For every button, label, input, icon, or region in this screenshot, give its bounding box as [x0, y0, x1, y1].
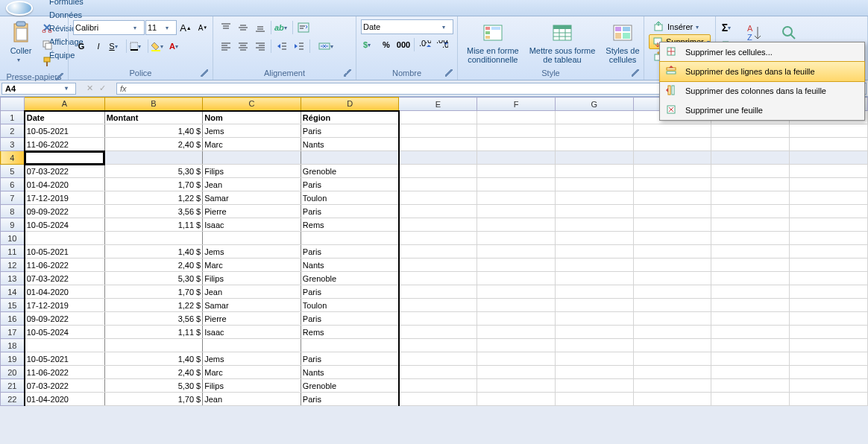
cell-J21[interactable] [790, 379, 868, 393]
cell-A10[interactable] [25, 232, 104, 245]
cell-F16[interactable] [477, 312, 556, 326]
cell-A1[interactable]: Date [25, 111, 104, 124]
cell-D15[interactable]: Toulon [301, 299, 399, 312]
row-header-10[interactable]: 10 [1, 232, 25, 245]
cell-F22[interactable] [477, 393, 556, 406]
row-header-13[interactable]: 13 [1, 272, 25, 285]
align-center-button[interactable] [235, 38, 251, 54]
cell-B2[interactable]: 1,40 $ [104, 124, 203, 138]
cell-C7[interactable]: Samar [203, 191, 301, 205]
cell-I5[interactable] [711, 165, 790, 178]
cell-B15[interactable]: 1,22 $ [104, 299, 203, 312]
cell-B20[interactable]: 2,40 $ [104, 366, 203, 379]
cell-J8[interactable] [790, 205, 868, 218]
cell-I10[interactable] [711, 232, 790, 245]
cell-C16[interactable]: Pierre [203, 312, 301, 326]
cell-H12[interactable] [633, 259, 711, 272]
cell-E9[interactable] [399, 218, 477, 232]
cell-C14[interactable]: Jean [203, 285, 301, 299]
cell-C11[interactable]: Jems [203, 245, 301, 259]
cell-C19[interactable]: Jems [203, 352, 301, 366]
column-header-B[interactable]: B [104, 98, 203, 111]
paste-button[interactable]: Coller ▾ [4, 19, 37, 65]
cell-G2[interactable] [555, 124, 633, 138]
cell-J20[interactable] [790, 366, 868, 379]
increase-font-button[interactable]: A▲ [177, 19, 194, 36]
cell-I19[interactable] [711, 352, 790, 366]
cell-H22[interactable] [633, 393, 711, 406]
row-header-21[interactable]: 21 [1, 379, 25, 393]
cell-I18[interactable] [711, 339, 790, 352]
wrap-text-button[interactable] [295, 19, 312, 36]
column-header-F[interactable]: F [477, 98, 556, 111]
select-all-corner[interactable] [1, 98, 25, 111]
cell-F6[interactable] [477, 178, 556, 191]
font-name-input[interactable] [75, 23, 132, 32]
bold-button[interactable]: G [73, 38, 89, 54]
decrease-font-button[interactable]: A▼ [195, 19, 211, 36]
cell-E21[interactable] [399, 379, 477, 393]
cell-D11[interactable]: Paris [301, 245, 399, 259]
cell-I6[interactable] [711, 178, 790, 191]
cell-E11[interactable] [399, 245, 477, 259]
cell-C6[interactable]: Jean [203, 178, 301, 191]
cell-D9[interactable]: Rems [301, 218, 399, 232]
cell-J15[interactable] [790, 299, 868, 312]
cell-B19[interactable]: 1,40 $ [104, 352, 203, 366]
cell-J5[interactable] [790, 165, 868, 178]
cell-I9[interactable] [711, 218, 790, 232]
row-header-2[interactable]: 2 [1, 124, 25, 138]
align-right-button[interactable] [252, 38, 268, 54]
column-header-E[interactable]: E [399, 98, 477, 111]
cell-A7[interactable]: 17-12-2019 [25, 191, 104, 205]
cell-H19[interactable] [633, 352, 711, 366]
cell-J16[interactable] [790, 312, 868, 326]
cell-C5[interactable]: Filips [203, 165, 301, 178]
delete-menu-item-0[interactable]: Supprimer les cellules... [660, 42, 864, 62]
cell-I21[interactable] [711, 379, 790, 393]
cell-A3[interactable]: 11-06-2022 [25, 138, 104, 151]
cell-G14[interactable] [555, 285, 633, 299]
cell-G15[interactable] [555, 299, 633, 312]
row-header-5[interactable]: 5 [1, 165, 25, 178]
italic-button[interactable]: I [90, 38, 107, 54]
column-header-C[interactable]: C [203, 98, 301, 111]
row-header-15[interactable]: 15 [1, 299, 25, 312]
cell-B11[interactable]: 1,40 $ [104, 245, 203, 259]
cell-D21[interactable]: Grenoble [301, 379, 399, 393]
column-header-A[interactable]: A [25, 98, 104, 111]
borders-button[interactable]: ▾ [129, 38, 145, 54]
cell-E16[interactable] [399, 312, 477, 326]
cell-B3[interactable]: 2,40 $ [104, 138, 203, 151]
cell-I8[interactable] [711, 205, 790, 218]
cell-A2[interactable]: 10-05-2021 [25, 124, 104, 138]
cell-G1[interactable] [555, 111, 633, 124]
cell-styles-button[interactable]: Styles de cellules [601, 19, 644, 66]
align-left-button[interactable] [218, 38, 234, 54]
cell-B7[interactable]: 1,22 $ [104, 191, 203, 205]
cell-D4[interactable] [301, 151, 399, 165]
cell-J9[interactable] [790, 218, 868, 232]
cell-E17[interactable] [399, 326, 477, 339]
row-header-11[interactable]: 11 [1, 245, 25, 259]
cell-H17[interactable] [633, 326, 711, 339]
cell-G17[interactable] [555, 326, 633, 339]
cell-A16[interactable]: 09-09-2022 [25, 312, 104, 326]
cell-C2[interactable]: Jems [203, 124, 301, 138]
cell-A9[interactable]: 10-05-2024 [25, 218, 104, 232]
cell-G9[interactable] [555, 218, 633, 232]
cell-B18[interactable] [104, 339, 203, 352]
row-header-16[interactable]: 16 [1, 312, 25, 326]
cell-D19[interactable]: Paris [301, 352, 399, 366]
row-header-1[interactable]: 1 [1, 111, 25, 124]
cell-H21[interactable] [633, 379, 711, 393]
cell-F18[interactable] [477, 339, 556, 352]
cell-E13[interactable] [399, 272, 477, 285]
cell-A22[interactable]: 01-04-2020 [25, 393, 104, 406]
cell-H7[interactable] [633, 191, 711, 205]
align-middle-button[interactable] [235, 19, 251, 36]
cell-H8[interactable] [633, 205, 711, 218]
cell-C13[interactable]: Filips [203, 272, 301, 285]
cell-B12[interactable]: 2,40 $ [104, 259, 203, 272]
cell-I7[interactable] [711, 191, 790, 205]
